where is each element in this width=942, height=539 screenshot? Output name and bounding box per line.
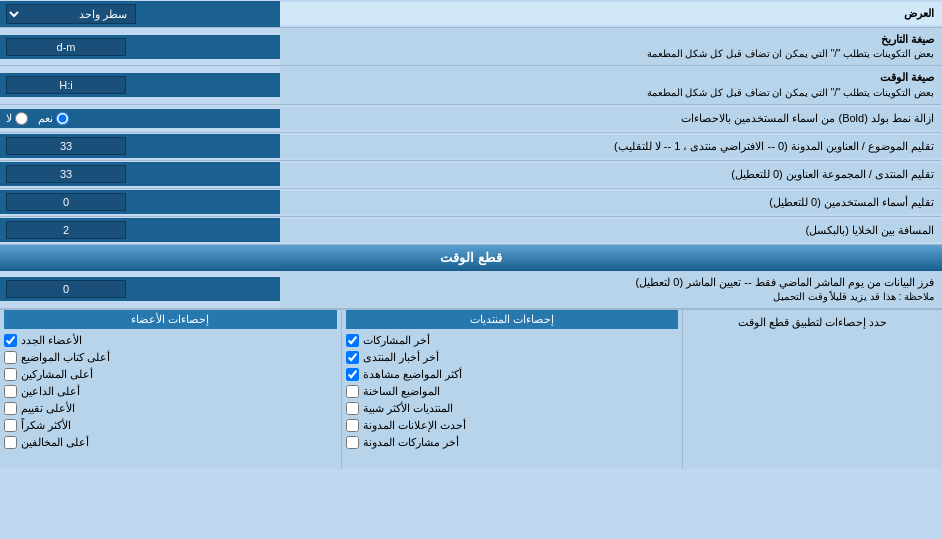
forum-stats-header: إحصاءات المنتديات: [346, 310, 679, 329]
header-label: العرض: [280, 2, 942, 25]
remove-bold-row: ازالة نمط بولد (Bold) من اسماء المستخدمي…: [0, 105, 942, 133]
checkbox-item[interactable]: أخر المشاركات: [346, 332, 679, 349]
time-format-row: صيغة الوقت بعض التكوينات يتطلب "/" التي …: [0, 66, 942, 104]
cell-spacing-field[interactable]: [6, 221, 126, 239]
limit-label-text: حدد إحصاءات لتطبيق قطع الوقت: [738, 316, 887, 329]
time-cut-row: فرز البيانات من يوم الماشر الماضي فقط --…: [0, 271, 942, 309]
member-stats-col: إحصاءات الأعضاء الأعضاء الجدد أعلى كتاب …: [0, 310, 341, 469]
radio-no[interactable]: [15, 112, 28, 125]
date-format-title: صيغة التاريخ: [288, 32, 934, 47]
radio-no-label[interactable]: لا: [6, 112, 28, 125]
date-format-hint: بعض التكوينات يتطلب "/" التي يمكن ان تضا…: [288, 47, 934, 61]
time-format-label: صيغة الوقت بعض التكوينات يتطلب "/" التي …: [280, 66, 942, 103]
header-row: العرض سطر واحد سطران ثلاثة أسطر: [0, 0, 942, 28]
date-format-label: صيغة التاريخ بعض التكوينات يتطلب "/" الت…: [280, 28, 942, 65]
checkbox-item[interactable]: المواضيع الساخنة: [346, 383, 679, 400]
forum-titles-label: تقليم المنتدى / المجموعة العناوين (0 للت…: [280, 163, 942, 186]
time-format-title: صيغة الوقت: [288, 70, 934, 85]
time-cut-header: قطع الوقت: [0, 245, 942, 271]
cb-top-sponsors[interactable]: [4, 385, 17, 398]
cb-most-viewed[interactable]: [346, 368, 359, 381]
cb-top-participants[interactable]: [4, 368, 17, 381]
usernames-input-wrap[interactable]: [0, 190, 280, 214]
cb-last-news[interactable]: [346, 351, 359, 364]
checkbox-item[interactable]: أخر مشاركات المدونة: [346, 434, 679, 451]
cb-last-posts[interactable]: [346, 334, 359, 347]
time-format-field[interactable]: [6, 76, 126, 94]
checkbox-item[interactable]: الأعلى تقييم: [4, 400, 337, 417]
topic-titles-row: تقليم الموضوع / العناوين المدونة (0 -- ا…: [0, 133, 942, 161]
checkbox-item[interactable]: أعلى الداعين: [4, 383, 337, 400]
forum-stats-col: إحصاءات المنتديات أخر المشاركات أخر أخبا…: [341, 310, 683, 469]
cb-most-thanked[interactable]: [4, 419, 17, 432]
radio-yes[interactable]: [56, 112, 69, 125]
remove-bold-radios: نعم لا: [6, 112, 69, 125]
checkbox-item[interactable]: الأعضاء الجدد: [4, 332, 337, 349]
forum-titles-field[interactable]: [6, 165, 126, 183]
cb-new-members[interactable]: [4, 334, 17, 347]
checkbox-item[interactable]: أخر أخبار المنتدى: [346, 349, 679, 366]
cb-latest-announcements[interactable]: [346, 419, 359, 432]
checkbox-item[interactable]: أكثر المواضيع مشاهدة: [346, 366, 679, 383]
cb-top-posters[interactable]: [4, 351, 17, 364]
time-format-hint: بعض التكوينات يتطلب "/" التي يمكن ان تضا…: [288, 86, 934, 100]
remove-bold-input-wrap[interactable]: نعم لا: [0, 109, 280, 128]
time-cut-note: ملاحظة : هذا قد يزيد قليلاً وقت التحميل: [288, 290, 934, 304]
cell-spacing-input-wrap[interactable]: [0, 218, 280, 242]
checkbox-item[interactable]: أعلى المشاركين: [4, 366, 337, 383]
time-cut-main-label: فرز البيانات من يوم الماشر الماضي فقط --…: [288, 275, 934, 290]
cell-spacing-row: المسافة بين الخلايا (بالبكسل): [0, 217, 942, 245]
date-format-field[interactable]: [6, 38, 126, 56]
limit-label: حدد إحصاءات لتطبيق قطع الوقت: [682, 310, 942, 469]
main-container: العرض سطر واحد سطران ثلاثة أسطر صيغة الت…: [0, 0, 942, 469]
cb-last-blog[interactable]: [346, 436, 359, 449]
time-cut-input-wrap[interactable]: [0, 277, 280, 301]
usernames-field[interactable]: [6, 193, 126, 211]
time-cut-field[interactable]: [6, 280, 126, 298]
time-cut-label: فرز البيانات من يوم الماشر الماضي فقط --…: [280, 271, 942, 308]
forum-titles-input-wrap[interactable]: [0, 162, 280, 186]
topic-titles-input-wrap[interactable]: [0, 134, 280, 158]
date-format-input-wrap[interactable]: [0, 35, 280, 59]
date-format-row: صيغة التاريخ بعض التكوينات يتطلب "/" الت…: [0, 28, 942, 66]
checkbox-item[interactable]: أعلى كتاب المواضيع: [4, 349, 337, 366]
cell-spacing-label: المسافة بين الخلايا (بالبكسل): [280, 219, 942, 242]
checkbox-item[interactable]: الأكثر شكراً: [4, 417, 337, 434]
cb-top-violators[interactable]: [4, 436, 17, 449]
cb-top-rated[interactable]: [4, 402, 17, 415]
topic-titles-label: تقليم الموضوع / العناوين المدونة (0 -- ا…: [280, 135, 942, 158]
cb-most-popular-forums[interactable]: [346, 402, 359, 415]
checkboxes-area: حدد إحصاءات لتطبيق قطع الوقت إحصاءات الم…: [0, 309, 942, 469]
time-cut-title: قطع الوقت: [440, 250, 502, 265]
checkbox-item[interactable]: أعلى المخالفين: [4, 434, 337, 451]
line-count-input[interactable]: سطر واحد سطران ثلاثة أسطر: [0, 1, 280, 27]
remove-bold-label: ازالة نمط بولد (Bold) من اسماء المستخدمي…: [280, 107, 942, 130]
usernames-row: تقليم أسماء المستخدمين (0 للتعطيل): [0, 189, 942, 217]
radio-yes-label[interactable]: نعم: [38, 112, 69, 125]
member-stats-header: إحصاءات الأعضاء: [4, 310, 337, 329]
topic-titles-field[interactable]: [6, 137, 126, 155]
checkbox-item[interactable]: المنتديات الأكثر شبية: [346, 400, 679, 417]
usernames-label: تقليم أسماء المستخدمين (0 للتعطيل): [280, 191, 942, 214]
cb-hot-topics[interactable]: [346, 385, 359, 398]
line-count-select[interactable]: سطر واحد سطران ثلاثة أسطر: [6, 4, 136, 24]
time-format-input-wrap[interactable]: [0, 73, 280, 97]
checkbox-item[interactable]: أحدث الإعلانات المدونة: [346, 417, 679, 434]
forum-titles-row: تقليم المنتدى / المجموعة العناوين (0 للت…: [0, 161, 942, 189]
